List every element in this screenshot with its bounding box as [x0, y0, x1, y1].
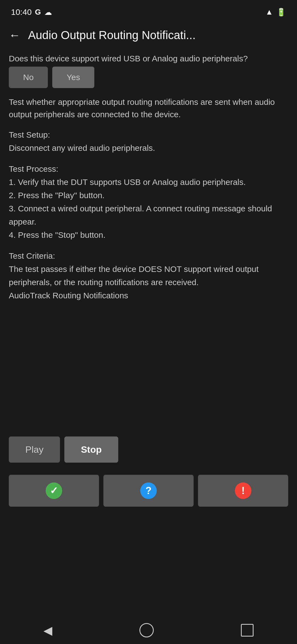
test-setup-title: Test Setup: — [9, 130, 50, 139]
google-icon: G — [35, 8, 41, 17]
nav-recents-icon — [241, 624, 254, 637]
time-display: 10:40 — [11, 7, 32, 17]
battery-icon: 🔋 — [276, 8, 286, 17]
info-icon: ? — [140, 482, 157, 499]
test-criteria-title: Test Criteria: — [9, 251, 55, 260]
nav-back-button[interactable]: ◀ — [43, 624, 52, 637]
question-text: Does this device support wired USB or An… — [9, 53, 288, 64]
test-process-section: Test Process: 1. Verify that the DUT sup… — [9, 162, 288, 242]
question-buttons: No Yes — [9, 67, 288, 88]
question-section: Does this device support wired USB or An… — [9, 53, 288, 88]
fail-icon: ! — [235, 482, 251, 499]
info-button[interactable]: ? — [103, 475, 194, 507]
description-text: Test whether appropriate output routing … — [9, 96, 288, 121]
fail-button[interactable]: ! — [198, 475, 288, 507]
header: ← Audio Output Routing Notificati... — [0, 22, 297, 48]
nav-home-button[interactable] — [139, 623, 154, 637]
action-buttons: Play Stop — [9, 436, 288, 463]
test-process-step-2: 2. Press the "Play" button. — [9, 191, 105, 200]
pass-button[interactable]: ✓ — [9, 475, 99, 507]
result-buttons: ✓ ? ! — [9, 475, 288, 507]
nav-home-icon — [139, 623, 154, 637]
status-bar: 10:40 G ☁ ▲ 🔋 — [0, 0, 297, 22]
nav-bar: ◀ — [0, 616, 297, 644]
back-button[interactable]: ← — [9, 29, 20, 41]
test-criteria-body: The test passes if either the device DOE… — [9, 264, 258, 287]
main-content: Does this device support wired USB or An… — [0, 48, 297, 511]
test-process-title: Test Process: — [9, 164, 58, 173]
yes-button[interactable]: Yes — [52, 67, 94, 88]
nav-back-icon: ◀ — [43, 624, 52, 637]
pass-icon: ✓ — [46, 482, 62, 499]
play-button[interactable]: Play — [9, 436, 60, 463]
no-button[interactable]: No — [9, 67, 48, 88]
test-process-step-4: 4. Press the "Stop" button. — [9, 230, 106, 239]
test-criteria-section: Test Criteria: The test passes if either… — [9, 249, 288, 302]
cloud-icon: ☁ — [44, 8, 52, 17]
wifi-icon: ▲ — [265, 8, 273, 17]
status-bar-right: ▲ 🔋 — [265, 8, 286, 17]
test-setup-body: Disconnect any wired audio peripherals. — [9, 143, 155, 152]
test-setup-section: Test Setup: Disconnect any wired audio p… — [9, 128, 288, 155]
status-bar-left: 10:40 G ☁ — [11, 7, 52, 17]
test-process-step-3: 3. Connect a wired output peripheral. A … — [9, 204, 272, 226]
nav-recents-button[interactable] — [241, 624, 254, 637]
test-criteria-footer: AudioTrack Routing Notifications — [9, 291, 128, 300]
test-process-step-1: 1. Verify that the DUT supports USB or A… — [9, 178, 246, 187]
page-title: Audio Output Routing Notificati... — [28, 29, 288, 42]
description-section: Test whether appropriate output routing … — [9, 96, 288, 121]
stop-button[interactable]: Stop — [64, 436, 118, 463]
